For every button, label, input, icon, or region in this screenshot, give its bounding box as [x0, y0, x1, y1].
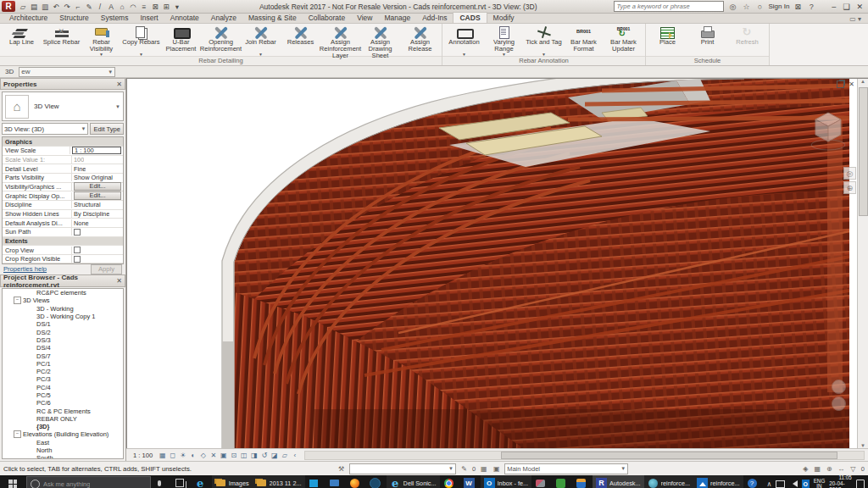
view-control-icon[interactable]: ◫: [239, 451, 248, 460]
tray-chevron-icon[interactable]: ∧: [767, 480, 772, 488]
qat-icon[interactable]: ⊠: [150, 2, 160, 12]
property-row[interactable]: Extents: [3, 237, 123, 247]
view-control-icon[interactable]: ▦: [158, 451, 167, 460]
ribbon-button[interactable]: Bar Mark Format ▼: [564, 25, 604, 53]
tree-item[interactable]: − DS/4: [3, 344, 123, 352]
tree-item[interactable]: − DS/2: [3, 328, 123, 336]
tree-item[interactable]: − RC & PC Elements: [3, 407, 123, 414]
ribbon-button[interactable]: Opening Reinforcement ▼: [201, 25, 241, 53]
outlook-tray-icon[interactable]: O: [802, 480, 810, 488]
taskbar-app-button[interactable]: [192, 475, 212, 488]
sign-in-button[interactable]: Sign In: [768, 3, 789, 10]
scroll-down-icon[interactable]: ▼: [860, 443, 865, 448]
start-button[interactable]: [0, 475, 26, 488]
action-center-icon[interactable]: [856, 480, 865, 488]
ribbon-tab[interactable]: Collaborate: [303, 13, 351, 23]
view-control-icon[interactable]: ◇: [198, 451, 208, 460]
favorites-star-icon[interactable]: ☆: [741, 3, 751, 11]
taskbar-app-button[interactable]: [305, 475, 326, 488]
revit-logo-icon[interactable]: R: [2, 1, 15, 12]
taskbar-app-button[interactable]: [151, 475, 171, 488]
ribbon-tab[interactable]: Analyze: [205, 13, 242, 23]
ribbon-button[interactable]: Copy Rebars ▼: [121, 25, 161, 56]
tree-item[interactable]: − East: [3, 439, 123, 446]
view-restore-icon[interactable]: [837, 80, 844, 88]
taskbar-app-button[interactable]: [171, 475, 192, 488]
ribbon-button[interactable]: Rebar Visibility ▼: [81, 25, 121, 56]
tree-item[interactable]: − 3D - Working: [3, 305, 123, 313]
view-control-icon[interactable]: ‹: [290, 451, 299, 460]
clock[interactable]: 11:05 20-04-2017: [829, 475, 851, 488]
view-control-icon[interactable]: ☀: [178, 451, 187, 460]
property-row[interactable]: Default Analysis Di... None: [3, 219, 123, 228]
ribbon-button[interactable]: Assign Release ▼: [400, 25, 440, 53]
taskbar-app-button[interactable]: [743, 475, 764, 488]
view-control-icon[interactable]: ⊡: [229, 451, 238, 460]
project-browser-header[interactable]: Project Browser - Cads reinforcement.rvt…: [0, 274, 125, 287]
ribbon-button[interactable]: Assign Drawing Sheet ▼: [360, 25, 400, 53]
window-minimize-button[interactable]: –: [832, 3, 836, 11]
close-icon[interactable]: ✕: [116, 80, 122, 88]
qat-icon[interactable]: ◠: [128, 2, 138, 12]
ribbon-tab[interactable]: CADS: [453, 12, 487, 23]
view-scale-button[interactable]: 1 : 100: [130, 452, 156, 459]
scrollbar-thumb[interactable]: [859, 87, 868, 216]
ribbon-button[interactable]: Join Rebar ▼: [241, 25, 281, 56]
ribbon-button[interactable]: Releases ▼: [281, 25, 320, 53]
ribbon-display-toggle-icon[interactable]: ▭ ▾: [846, 15, 865, 23]
view-control-icon[interactable]: ◐: [188, 451, 198, 460]
qat-icon[interactable]: ↷: [62, 2, 72, 12]
property-row[interactable]: Sun Path: [3, 228, 123, 237]
taskbar-app-button[interactable]: [346, 475, 366, 488]
ribbon-tab[interactable]: View: [351, 13, 378, 23]
close-icon[interactable]: ✕: [116, 277, 122, 285]
qat-icon[interactable]: ✎: [84, 2, 94, 12]
network-icon[interactable]: [776, 480, 784, 488]
property-row[interactable]: Show Hidden Lines By Discipline: [3, 210, 123, 219]
ribbon-tab[interactable]: Add-Ins: [416, 13, 453, 23]
view-cube[interactable]: [809, 108, 848, 153]
view-control-icon[interactable]: ◻: [168, 451, 177, 460]
ribbon-button[interactable]: Print ▼: [687, 25, 727, 53]
tree-item[interactable]: − North: [3, 446, 123, 454]
qat-icon[interactable]: ≡: [139, 2, 149, 12]
taskbar-app-button[interactable]: [440, 475, 460, 488]
ribbon-tab[interactable]: Structure: [53, 13, 95, 23]
rebar-3d-model[interactable]: [127, 79, 849, 448]
tree-item[interactable]: − PC/2: [3, 368, 123, 375]
tree-expander-icon[interactable]: −: [14, 430, 21, 438]
view-control-icon[interactable]: ▣: [219, 451, 228, 460]
ribbon-button[interactable]: Splice Rebar ▼: [42, 25, 81, 53]
qat-icon[interactable]: ▾: [172, 2, 182, 12]
edit-type-button[interactable]: Edit Type: [90, 123, 124, 135]
view-close-icon[interactable]: ✕: [849, 80, 854, 88]
qat-icon[interactable]: /: [95, 2, 105, 12]
status-icon[interactable]: ▽: [849, 465, 858, 473]
help-search-box[interactable]: [614, 1, 724, 12]
ribbon-button[interactable]: Bar Mark Updater ▼: [604, 25, 643, 53]
tree-item[interactable]: − South: [3, 454, 123, 459]
ribbon-button[interactable]: Place ▼: [648, 25, 687, 53]
properties-help-link[interactable]: Properties help: [3, 265, 47, 273]
taskbar-app-button[interactable]: [366, 475, 387, 488]
taskbar-app-button[interactable]: 2013 11 2...: [253, 475, 305, 488]
ribbon-tab[interactable]: Modify: [487, 13, 520, 23]
tree-item[interactable]: − PC/1: [3, 360, 123, 368]
taskbar-app-button[interactable]: [531, 475, 552, 488]
ribbon-tab[interactable]: Insert: [134, 13, 164, 23]
taskbar-app-button[interactable]: Inbox - fe...: [481, 475, 532, 488]
window-restore-button[interactable]: ❑: [843, 3, 849, 11]
qat-icon[interactable]: ⌂: [117, 2, 127, 12]
property-row[interactable]: Scale Value 1: 100: [3, 156, 123, 165]
help-search-input[interactable]: [615, 3, 723, 10]
qat-icon[interactable]: ▤: [29, 2, 39, 12]
help-icon[interactable]: ?: [806, 3, 816, 11]
tree-item[interactable]: − {3D}: [3, 423, 123, 430]
status-icon[interactable]: ↔: [837, 465, 846, 473]
property-row[interactable]: Visibility/Graphics ... Edit...: [3, 183, 123, 192]
tree-item[interactable]: − PC/6: [3, 399, 123, 407]
horizontal-scrollbar[interactable]: [304, 451, 865, 460]
volume-icon[interactable]: [789, 480, 798, 487]
view-control-icon[interactable]: ◨: [249, 451, 259, 460]
window-close-button[interactable]: ✕: [856, 3, 863, 11]
